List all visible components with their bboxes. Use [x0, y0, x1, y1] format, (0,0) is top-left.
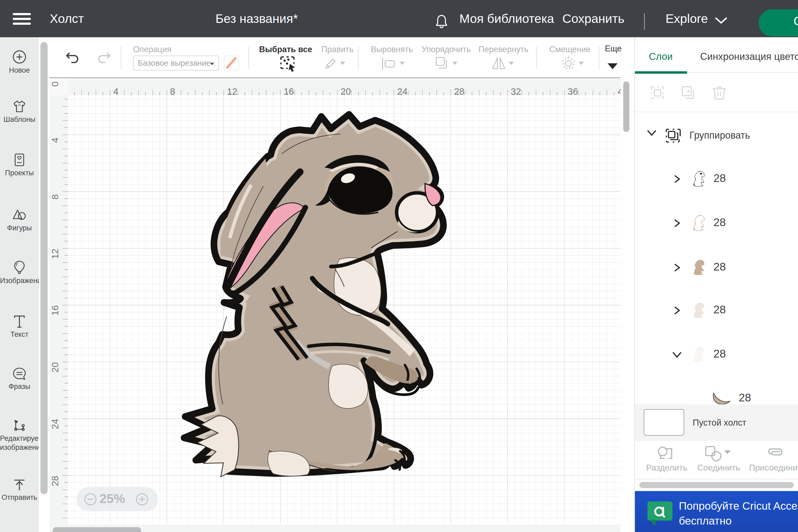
svg-text:12: 12: [50, 249, 60, 259]
svg-text:16: 16: [50, 305, 60, 316]
svg-text:32: 32: [511, 86, 521, 95]
svg-text:16: 16: [284, 86, 294, 95]
svg-text:36: 36: [568, 86, 578, 95]
svg-text:12: 12: [227, 86, 237, 95]
svg-text:24: 24: [50, 419, 60, 429]
svg-text:24: 24: [397, 86, 407, 95]
svg-text:4: 4: [113, 86, 118, 95]
svg-text:8: 8: [50, 194, 60, 199]
svg-text:28: 28: [50, 476, 60, 486]
svg-text:0: 0: [50, 81, 60, 87]
svg-text:40: 40: [618, 86, 621, 95]
svg-text:8: 8: [170, 86, 175, 95]
svg-text:20: 20: [341, 86, 351, 95]
svg-text:4: 4: [50, 137, 60, 142]
svg-text:20: 20: [50, 362, 60, 373]
svg-text:28: 28: [454, 86, 464, 95]
